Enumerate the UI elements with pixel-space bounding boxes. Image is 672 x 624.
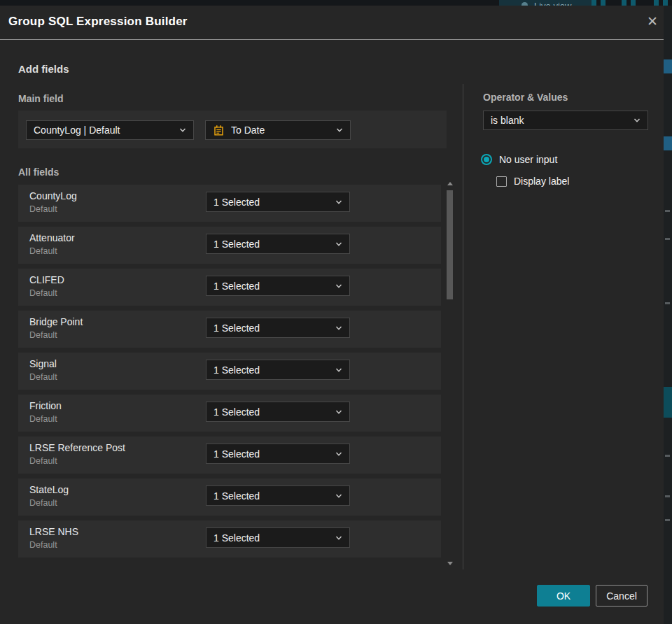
toolbar-bar-icon [631,0,636,6]
chevron-down-icon [634,117,640,124]
field-name: Attenuator [29,232,75,243]
chevron-down-icon [336,127,343,134]
field-selection-select[interactable]: 1 Selected [206,360,350,380]
field-row: CLIFED Default 1 Selected [18,269,441,306]
field-row: Friction Default 1 Selected [18,395,441,432]
field-name: Signal [29,358,57,369]
background-text-fragment [665,210,670,212]
background-text-fragment [665,238,670,240]
operator-select[interactable]: is blank [483,111,648,130]
no-user-input-radio[interactable]: No user input [481,154,557,165]
field-row: Bridge Point Default 1 Selected [18,311,441,348]
field-selection-value: 1 Selected [214,490,330,502]
ok-button[interactable]: OK [537,585,590,607]
no-user-input-label: No user input [499,154,557,165]
background-highlight [664,387,672,418]
background-app-strip: Live view [0,0,672,6]
field-name: Bridge Point [29,316,83,327]
all-fields-list: CountyLog Default 1 Selected Attenuator … [18,185,441,562]
display-label-text: Display label [514,176,569,187]
field-subtitle: Default [29,414,57,424]
scrollbar-thumb[interactable] [447,190,453,299]
field-selection-select[interactable]: 1 Selected [206,192,350,212]
field-selection-select[interactable]: 1 Selected [206,485,350,506]
main-field-select[interactable]: CountyLog | Default [26,120,194,140]
field-name: CountyLog [29,190,77,201]
field-name: LRSE NHS [29,526,78,537]
background-highlight [664,59,672,73]
field-name: Friction [29,400,62,411]
field-name: LRSE Reference Post [29,442,125,453]
display-label-checkbox[interactable]: Display label [496,176,569,187]
toolbar-bar-icon [622,0,626,6]
toolbar-bar-icon [663,0,668,6]
field-subtitle: Default [29,288,57,298]
field-selection-value: 1 Selected [214,532,330,544]
group-sql-expression-builder-dialog: Group SQL Expression Builder ✕ Add field… [0,6,664,624]
add-fields-heading: Add fields [18,63,69,75]
chevron-down-icon [335,367,342,374]
background-app-right-sliver [664,6,672,624]
field-row: CountyLog Default 1 Selected [18,185,441,222]
radio-selected-icon [481,154,492,165]
chevron-down-icon [335,241,342,248]
scroll-up-icon[interactable] [447,182,453,185]
field-subtitle: Default [29,456,57,466]
toolbar-bar-icon [654,0,659,6]
list-scrollbar[interactable] [446,180,454,567]
field-selection-value: 1 Selected [214,406,330,418]
main-subfield-select[interactable]: To Date [205,120,351,140]
background-highlight [664,136,672,150]
scroll-down-icon[interactable] [447,562,453,565]
field-row: Attenuator Default 1 Selected [18,227,441,264]
cancel-button[interactable]: Cancel [596,585,648,607]
field-name: StateLog [29,484,69,495]
field-selection-select[interactable]: 1 Selected [206,402,350,422]
field-subtitle: Default [29,204,57,214]
header-divider [0,39,664,40]
field-selection-select[interactable]: 1 Selected [206,318,350,338]
live-view-label: Live view [534,1,571,6]
chevron-down-icon [335,199,342,206]
calendar-date-icon [213,125,225,136]
operator-select-value: is blank [491,115,628,126]
main-subfield-select-value: To Date [231,125,330,136]
background-text-fragment [665,455,670,457]
toolbar-bar-icon [601,0,606,6]
field-selection-select[interactable]: 1 Selected [206,444,350,464]
live-view-chip: Live view [499,0,592,6]
field-selection-value: 1 Selected [214,364,330,376]
chevron-down-icon [179,127,186,134]
operator-values-label: Operator & Values [483,92,568,103]
field-row: LRSE NHS Default 1 Selected [18,520,441,558]
field-selection-value: 1 Selected [214,197,330,208]
field-subtitle: Default [29,498,57,508]
main-field-panel: CountyLog | Default To Date [18,111,447,148]
field-selection-value: 1 Selected [214,239,330,250]
background-text-fragment [665,302,670,304]
field-subtitle: Default [29,372,57,382]
main-field-select-value: CountyLog | Default [34,125,174,136]
field-name: CLIFED [29,274,64,285]
field-subtitle: Default [29,246,57,256]
field-row: Signal Default 1 Selected [18,353,441,390]
field-selection-value: 1 Selected [214,281,330,292]
chevron-down-icon [335,492,342,499]
field-row: StateLog Default 1 Selected [18,478,441,516]
all-fields-label: All fields [18,166,59,178]
chevron-down-icon [335,409,342,416]
dialog-title: Group SQL Expression Builder [8,15,188,29]
field-selection-value: 1 Selected [214,322,330,334]
field-selection-select[interactable]: 1 Selected [206,527,350,548]
close-icon[interactable]: ✕ [643,11,662,31]
main-field-label: Main field [18,93,64,104]
background-text-fragment [665,519,670,521]
field-subtitle: Default [29,540,57,550]
field-selection-select[interactable]: 1 Selected [206,234,350,254]
background-text-fragment [665,495,670,497]
field-selection-value: 1 Selected [214,448,330,460]
field-selection-select[interactable]: 1 Selected [206,276,350,296]
field-subtitle: Default [29,330,57,340]
vertical-divider [463,84,463,569]
chevron-down-icon [335,534,342,541]
